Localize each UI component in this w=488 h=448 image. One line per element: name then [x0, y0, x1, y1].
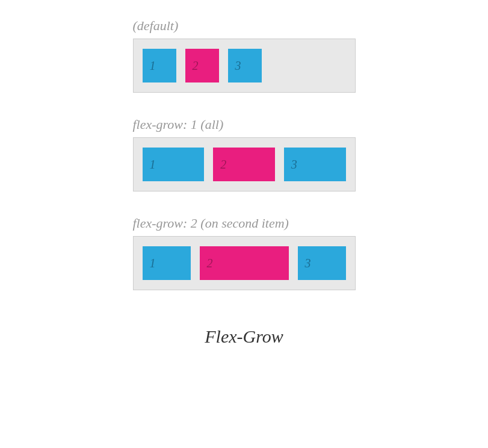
flex-item-1: 1 [143, 49, 176, 82]
diagram-title: Flex-Grow [205, 326, 283, 347]
flex-item-2: 2 [200, 246, 289, 280]
example-label: flex-grow: 2 (on second item) [133, 216, 356, 231]
example-grow-all: flex-grow: 1 (all) 1 2 3 [133, 117, 356, 191]
flex-item-3: 3 [228, 49, 262, 82]
flex-item-2: 2 [213, 148, 275, 181]
flex-item-2: 2 [185, 49, 219, 82]
flex-container-grow-all: 1 2 3 [133, 137, 356, 191]
flex-item-3: 3 [298, 246, 346, 280]
example-label: (default) [133, 18, 356, 34]
flex-item-3: 3 [284, 148, 346, 181]
flex-container-grow-second: 1 2 3 [133, 236, 356, 290]
flex-item-1: 1 [143, 148, 205, 181]
flex-container-default: 1 2 3 [133, 39, 356, 93]
example-grow-second: flex-grow: 2 (on second item) 1 2 3 [133, 216, 356, 290]
example-default: (default) 1 2 3 [133, 18, 356, 93]
flex-item-1: 1 [143, 246, 191, 280]
example-label: flex-grow: 1 (all) [133, 117, 356, 132]
flex-grow-diagram: (default) 1 2 3 flex-grow: 1 (all) 1 2 3… [0, 0, 488, 347]
